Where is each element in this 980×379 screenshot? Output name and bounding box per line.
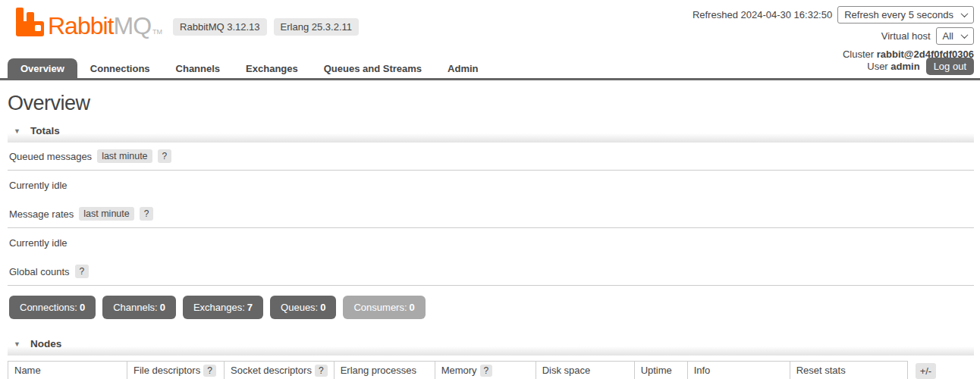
- global-counts-label: Global counts: [9, 266, 70, 277]
- col-uptime: Uptime: [634, 362, 687, 379]
- page-title: Overview: [8, 92, 974, 115]
- col-reset-stats: Reset stats: [790, 362, 907, 379]
- brand-wordmark: RabbitMQTM: [48, 14, 162, 38]
- top-bar: RabbitMQTM RabbitMQ 3.12.13 Erlang 25.3.…: [0, 0, 980, 59]
- col-disk-space: Disk space: [536, 362, 634, 379]
- exchanges-count-button[interactable]: Exchanges:7: [183, 296, 263, 319]
- refresh-interval-value: Refresh every 5 seconds: [844, 9, 953, 20]
- collapse-triangle-icon[interactable]: ▼: [14, 127, 20, 135]
- queued-messages-range-badge[interactable]: last minute: [97, 149, 152, 163]
- tab-channels[interactable]: Channels: [163, 58, 234, 78]
- queued-messages-help-icon[interactable]: ?: [158, 149, 172, 163]
- help-icon[interactable]: ?: [480, 365, 493, 377]
- queued-messages-label: Queued messages: [9, 151, 92, 162]
- global-counts-help-icon[interactable]: ?: [75, 265, 90, 278]
- chevron-down-icon: [961, 31, 969, 39]
- virtual-host-value: All: [943, 30, 953, 42]
- message-rates-range-badge[interactable]: last minute: [79, 207, 133, 221]
- global-count-buttons: Connections:0 Channels:0 Exchanges:7 Que…: [9, 296, 974, 319]
- nodes-section-title: Nodes: [30, 338, 61, 349]
- col-file-descriptors: File descriptors?: [127, 362, 225, 379]
- queues-count-button[interactable]: Queues:0: [270, 296, 336, 319]
- queued-messages-idle-text: Currently idle: [8, 171, 974, 200]
- nodes-table: Name File descriptors? Socket descriptor…: [8, 361, 908, 379]
- erlang-version-badge: Erlang 25.3.2.11: [274, 18, 359, 36]
- cluster-name: rabbit@2d4f0fdf0306: [877, 49, 974, 60]
- channels-count-button[interactable]: Channels:0: [102, 296, 176, 319]
- message-rates-idle-text: Currently idle: [8, 228, 974, 258]
- col-erlang-processes: Erlang processes: [334, 362, 435, 379]
- collapse-triangle-icon[interactable]: ▼: [14, 340, 20, 348]
- message-rates-help-icon[interactable]: ?: [140, 207, 154, 221]
- consumers-count-button: Consumers:0: [343, 296, 425, 319]
- tab-overview[interactable]: Overview: [8, 58, 77, 78]
- col-memory: Memory?: [435, 362, 536, 379]
- rabbitmq-logo[interactable]: RabbitMQTM: [15, 6, 162, 38]
- tab-admin[interactable]: Admin: [435, 58, 491, 78]
- virtual-host-label: Virtual host: [881, 30, 931, 42]
- nodes-section-header[interactable]: ▼ Nodes: [8, 335, 974, 356]
- col-socket-descriptors: Socket descriptors?: [225, 362, 335, 379]
- message-rates-label: Message rates: [9, 208, 74, 220]
- global-counts-row: Global counts ?: [8, 258, 974, 286]
- help-icon[interactable]: ?: [203, 365, 216, 377]
- toggle-columns-button[interactable]: +/-: [916, 363, 937, 379]
- tab-queues-and-streams[interactable]: Queues and Streams: [311, 58, 435, 78]
- help-icon[interactable]: ?: [315, 365, 328, 377]
- tab-exchanges[interactable]: Exchanges: [233, 58, 311, 78]
- virtual-host-select[interactable]: All: [936, 27, 974, 45]
- connections-count-button[interactable]: Connections:0: [9, 296, 96, 319]
- message-rates-row: Message rates last minute ?: [8, 200, 974, 228]
- col-name: Name: [8, 362, 127, 379]
- totals-section-title: Totals: [30, 125, 60, 136]
- tab-connections[interactable]: Connections: [77, 58, 163, 78]
- cluster-info: Cluster rabbit@2d4f0fdf0306: [693, 49, 974, 60]
- totals-section-header[interactable]: ▼ Totals: [8, 122, 974, 143]
- refreshed-timestamp: Refreshed 2024-04-30 16:32:50: [693, 9, 832, 20]
- refresh-interval-select[interactable]: Refresh every 5 seconds: [837, 6, 974, 23]
- rabbitmq-logo-icon: [15, 6, 46, 38]
- chevron-down-icon: [961, 10, 969, 17]
- rabbitmq-version-badge: RabbitMQ 3.12.13: [173, 18, 267, 36]
- col-info: Info: [687, 362, 790, 379]
- queued-messages-row: Queued messages last minute ?: [8, 143, 974, 171]
- cluster-label: Cluster: [843, 49, 874, 60]
- table-header-row: Name File descriptors? Socket descriptor…: [8, 362, 908, 379]
- main-content: Overview ▼ Totals Queued messages last m…: [0, 92, 980, 379]
